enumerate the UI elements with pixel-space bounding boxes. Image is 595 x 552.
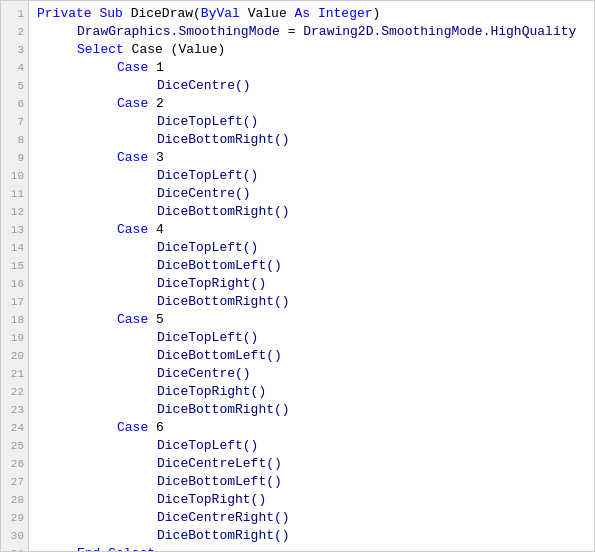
ln-29: 29 <box>1 509 28 527</box>
code-line-13: Case 4 <box>37 221 586 239</box>
fn-dicecentre: DiceCentre() <box>157 77 251 95</box>
fn-dicebottomright-3: DiceBottomRight() <box>157 293 290 311</box>
ln-3: 3 <box>1 41 28 59</box>
kw-case3: Case <box>117 149 148 167</box>
code-line-10: DiceTopLeft() <box>37 167 586 185</box>
code-line-8: DiceBottomRight() <box>37 131 586 149</box>
fn-dicecentreright: DiceCentreRight() <box>157 509 290 527</box>
code-line-3: Select Case (Value) <box>37 41 586 59</box>
ln-20: 20 <box>1 347 28 365</box>
code-line-18: Case 5 <box>37 311 586 329</box>
kw-end-select: End <box>77 545 100 551</box>
ln-31: 31 <box>1 545 28 552</box>
fn-dicebottomright-5: DiceBottomRight() <box>157 527 290 545</box>
code-line-19: DiceTopLeft() <box>37 329 586 347</box>
ln-26: 26 <box>1 455 28 473</box>
code-line-4: Case 1 <box>37 59 586 77</box>
kw-case5: Case <box>117 311 148 329</box>
code-line-21: DiceCentre() <box>37 365 586 383</box>
ln-1: 1 <box>1 5 28 23</box>
kw-byval: ByVal <box>201 5 240 23</box>
ln-25: 25 <box>1 437 28 455</box>
ln-11: 11 <box>1 185 28 203</box>
param-value: Value <box>248 5 295 23</box>
line-numbers: 1 2 3 4 5 6 7 8 9 10 11 12 13 14 15 16 1… <box>1 1 29 551</box>
paren-close: ) <box>373 5 381 23</box>
code-line-7: DiceTopLeft() <box>37 113 586 131</box>
fn-dicetopleft-2: DiceTopLeft() <box>157 167 258 185</box>
kw-select: Select <box>77 41 124 59</box>
ln-24: 24 <box>1 419 28 437</box>
fn-dicetopleft-1: DiceTopLeft() <box>157 113 258 131</box>
ln-7: 7 <box>1 113 28 131</box>
kw-sub: Sub <box>99 5 122 23</box>
kw-select-end: Select <box>108 545 155 551</box>
method-name: DiceDraw( <box>131 5 201 23</box>
code-line-11: DiceCentre() <box>37 185 586 203</box>
code-line-31: End Select <box>37 545 586 551</box>
ln-9: 9 <box>1 149 28 167</box>
kw-private: Private <box>37 5 92 23</box>
ln-27: 27 <box>1 473 28 491</box>
ln-15: 15 <box>1 257 28 275</box>
fn-dicebottomright-4: DiceBottomRight() <box>157 401 290 419</box>
fn-dicetopright-1: DiceTopRight() <box>157 275 266 293</box>
ln-14: 14 <box>1 239 28 257</box>
code-line-25: DiceTopLeft() <box>37 437 586 455</box>
ln-23: 23 <box>1 401 28 419</box>
code-content[interactable]: Private Sub DiceDraw(ByVal Value As Inte… <box>29 1 594 551</box>
ln-6: 6 <box>1 95 28 113</box>
drawing-call: DrawGraphics.SmoothingMode = Drawing2D.S… <box>77 23 576 41</box>
fn-dicebottomright-2: DiceBottomRight() <box>157 203 290 221</box>
fn-dicecentre-2: DiceCentre() <box>157 185 251 203</box>
code-line-20: DiceBottomLeft() <box>37 347 586 365</box>
kw-case1: Case <box>117 59 148 77</box>
ln-17: 17 <box>1 293 28 311</box>
ln-5: 5 <box>1 77 28 95</box>
fn-dicebottomleft-2: DiceBottomLeft() <box>157 347 282 365</box>
fn-dicetopright-2: DiceTopRight() <box>157 383 266 401</box>
code-line-2: DrawGraphics.SmoothingMode = Drawing2D.S… <box>37 23 586 41</box>
fn-dicecentreleft: DiceCentreLeft() <box>157 455 282 473</box>
code-line-26: DiceCentreLeft() <box>37 455 586 473</box>
code-line-15: DiceBottomLeft() <box>37 257 586 275</box>
code-line-6: Case 2 <box>37 95 586 113</box>
ln-13: 13 <box>1 221 28 239</box>
fn-dicecentre-3: DiceCentre() <box>157 365 251 383</box>
fn-dicebottomleft-3: DiceBottomLeft() <box>157 473 282 491</box>
kw-as: As <box>295 5 311 23</box>
ln-19: 19 <box>1 329 28 347</box>
ln-8: 8 <box>1 131 28 149</box>
ln-12: 12 <box>1 203 28 221</box>
fn-dicebottomleft-1: DiceBottomLeft() <box>157 257 282 275</box>
fn-dicetopleft-4: DiceTopLeft() <box>157 329 258 347</box>
code-line-27: DiceBottomLeft() <box>37 473 586 491</box>
code-line-17: DiceBottomRight() <box>37 293 586 311</box>
code-line-16: DiceTopRight() <box>37 275 586 293</box>
code-line-28: DiceTopRight() <box>37 491 586 509</box>
code-line-23: DiceBottomRight() <box>37 401 586 419</box>
ln-16: 16 <box>1 275 28 293</box>
fn-dicebottomright-1: DiceBottomRight() <box>157 131 290 149</box>
fn-dicetopright-3: DiceTopRight() <box>157 491 266 509</box>
ln-10: 10 <box>1 167 28 185</box>
code-line-30: DiceBottomRight() <box>37 527 586 545</box>
code-line-24: Case 6 <box>37 419 586 437</box>
code-line-22: DiceTopRight() <box>37 383 586 401</box>
code-editor: 1 2 3 4 5 6 7 8 9 10 11 12 13 14 15 16 1… <box>0 0 595 552</box>
kw-integer: Integer <box>318 5 373 23</box>
ln-4: 4 <box>1 59 28 77</box>
ln-18: 18 <box>1 311 28 329</box>
kw-case6: Case <box>117 419 148 437</box>
fn-dicetopleft-3: DiceTopLeft() <box>157 239 258 257</box>
ln-22: 22 <box>1 383 28 401</box>
ln-21: 21 <box>1 365 28 383</box>
code-line-29: DiceCentreRight() <box>37 509 586 527</box>
ln-2: 2 <box>1 23 28 41</box>
select-case: Case (Value) <box>124 41 225 59</box>
fn-dicetopleft-5: DiceTopLeft() <box>157 437 258 455</box>
kw-case4: Case <box>117 221 148 239</box>
ln-28: 28 <box>1 491 28 509</box>
code-line-5: DiceCentre() <box>37 77 586 95</box>
code-line-14: DiceTopLeft() <box>37 239 586 257</box>
